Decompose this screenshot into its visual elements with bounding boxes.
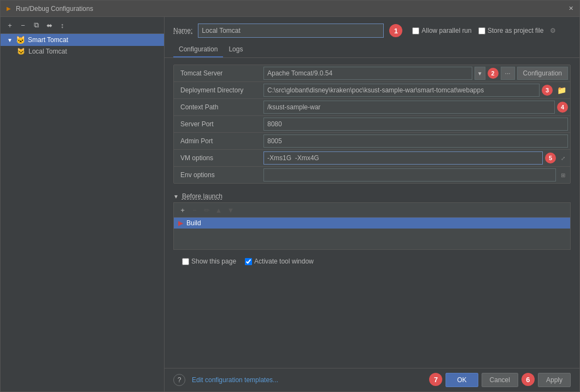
sidebar: + − ⧉ ⬌ ↕ ▼ 🐱 Smart Tomcat 🐱 Local Tomca… — [1, 17, 165, 391]
admin-port-input[interactable] — [263, 134, 568, 148]
context-path-row: Context Path 4 — [174, 99, 570, 116]
tomcat-server-label: Tomcat Server — [174, 67, 261, 79]
add-config-button[interactable]: + — [4, 19, 16, 31]
step-badge-3: 3 — [542, 85, 553, 96]
before-launch-list: ▶ Build — [173, 217, 571, 250]
move-config-button[interactable]: ⬌ — [43, 19, 55, 31]
build-icon: ▶ — [178, 219, 183, 227]
server-port-field — [261, 116, 570, 132]
dialog-title: Run/Debug Configurations — [16, 5, 563, 13]
context-path-label: Context Path — [174, 101, 261, 113]
deployment-dir-row: Deployment Directory 3 📁 — [174, 82, 570, 99]
vm-options-row: VM options 5 ⤢ — [174, 150, 570, 167]
tomcat-server-input[interactable] — [263, 67, 472, 80]
folder-browse-button[interactable]: 📁 — [555, 84, 568, 97]
dialog-buttons: 7 OK Cancel 6 Apply — [429, 373, 571, 387]
step-badge-1: 1 — [389, 24, 402, 37]
before-launch-down-button[interactable]: ▼ — [225, 204, 236, 215]
help-button[interactable]: ? — [173, 374, 185, 386]
tomcat-sub-icon: 🐱 — [17, 48, 25, 55]
step-badge-6: 6 — [522, 373, 535, 386]
deployment-dir-field: 3 📁 — [261, 82, 570, 98]
server-port-row: Server Port — [174, 116, 570, 133]
deployment-dir-input[interactable] — [263, 84, 540, 97]
edit-templates-link[interactable]: Edit configuration templates... — [192, 376, 278, 384]
name-row-options: Allow parallel run Store as project file… — [412, 27, 556, 34]
sidebar-item-smart-tomcat[interactable]: ▼ 🐱 Smart Tomcat — [1, 34, 164, 46]
step-badge-7: 7 — [429, 373, 442, 386]
sidebar-subitem-label: Local Tomcat — [28, 48, 67, 55]
server-port-input[interactable] — [263, 118, 568, 131]
apply-button[interactable]: Apply — [538, 373, 571, 387]
settings-gear-icon[interactable]: ⚙ — [550, 27, 556, 34]
context-path-input[interactable] — [263, 101, 555, 114]
admin-port-label: Admin Port — [174, 135, 261, 147]
env-options-label: Env options — [174, 169, 261, 181]
admin-port-row: Admin Port — [174, 133, 570, 150]
vm-options-input[interactable] — [263, 151, 543, 165]
before-launch-collapse-arrow[interactable]: ▼ — [173, 194, 179, 200]
deployment-dir-label: Deployment Directory — [174, 84, 261, 96]
title-bar: ▶ Run/Debug Configurations ✕ — [1, 1, 579, 17]
vm-options-field: 5 ⤢ — [261, 150, 570, 166]
activate-tool-window-label: Activate tool window — [245, 258, 314, 265]
env-options-field: ⊞ — [261, 167, 570, 183]
before-launch-remove-button[interactable]: − — [189, 204, 200, 215]
copy-config-button[interactable]: ⧉ — [30, 19, 42, 31]
store-as-project-label: Store as project file — [478, 27, 544, 34]
sidebar-subitem-local-tomcat[interactable]: 🐱 Local Tomcat — [1, 46, 164, 57]
tomcat-dropdown-button[interactable]: ▼ — [474, 67, 485, 80]
name-label: Name: — [173, 27, 192, 34]
run-debug-dialog: ▶ Run/Debug Configurations ✕ + − ⧉ ⬌ ↕ ▼… — [0, 0, 580, 392]
bottom-checkboxes: Show this page Activate tool window — [173, 254, 571, 268]
context-path-field: 4 — [261, 99, 570, 115]
before-launch-label: Before launch — [182, 192, 222, 200]
tabs-row: Configuration Logs — [165, 42, 579, 58]
before-launch-edit-button[interactable]: ✏ — [201, 204, 212, 215]
show-this-page-label: Show this page — [182, 258, 236, 265]
env-options-edit-button[interactable]: ⊞ — [558, 170, 568, 180]
before-launch-header: ▼ Before launch — [173, 190, 571, 202]
bottom-bar: ? Edit configuration templates... 7 OK C… — [165, 368, 579, 391]
env-options-row: Env options ⊞ — [174, 167, 570, 183]
config-area: Tomcat Server ▼ 2 ··· Configuration — [165, 58, 579, 368]
tomcat-server-row: Tomcat Server ▼ 2 ··· Configuration — [174, 65, 570, 82]
step-badge-4: 4 — [557, 102, 568, 113]
dialog-icon: ▶ — [5, 5, 13, 13]
left-bottom: ? Edit configuration templates... — [173, 374, 278, 386]
cancel-button[interactable]: Cancel — [482, 373, 518, 387]
vm-options-resize-button[interactable]: ⤢ — [558, 153, 568, 163]
env-options-input[interactable] — [263, 168, 556, 182]
before-launch-section: ▼ Before launch + − ✏ ▲ ▼ ▶ Build — [173, 190, 571, 250]
before-launch-build-item[interactable]: ▶ Build — [174, 218, 570, 229]
tab-configuration[interactable]: Configuration — [173, 42, 223, 57]
name-input[interactable] — [198, 24, 384, 38]
activate-tool-window-checkbox[interactable] — [245, 258, 252, 265]
vm-options-label: VM options — [174, 152, 261, 164]
admin-port-field — [261, 133, 570, 149]
before-launch-toolbar: + − ✏ ▲ ▼ — [173, 202, 571, 217]
sort-config-button[interactable]: ↕ — [56, 19, 68, 31]
expand-arrow: ▼ — [7, 37, 13, 43]
allow-parallel-checkbox[interactable] — [412, 27, 419, 34]
before-launch-add-button[interactable]: + — [177, 204, 188, 215]
before-launch-up-button[interactable]: ▲ — [213, 204, 224, 215]
tomcat-server-field: ▼ 2 ··· Configuration — [261, 65, 570, 81]
sidebar-item-label: Smart Tomcat — [28, 36, 68, 44]
form-section: Tomcat Server ▼ 2 ··· Configuration — [173, 65, 571, 184]
tab-logs[interactable]: Logs — [223, 42, 248, 57]
name-row: Name: 1 Allow parallel run Store as proj… — [165, 17, 579, 42]
tomcat-ellipsis-button[interactable]: ··· — [501, 67, 515, 80]
sidebar-toolbar: + − ⧉ ⬌ ↕ — [1, 17, 164, 34]
tomcat-configuration-button[interactable]: Configuration — [517, 67, 568, 80]
step-badge-2: 2 — [488, 68, 499, 79]
tomcat-icon: 🐱 — [16, 36, 25, 44]
title-bar-controls: ✕ — [566, 4, 575, 13]
ok-button[interactable]: OK — [446, 373, 478, 387]
remove-config-button[interactable]: − — [17, 19, 29, 31]
server-port-label: Server Port — [174, 118, 261, 130]
store-as-project-checkbox[interactable] — [478, 27, 485, 34]
close-button[interactable]: ✕ — [566, 4, 575, 13]
right-panel: Name: 1 Allow parallel run Store as proj… — [165, 17, 579, 391]
show-this-page-checkbox[interactable] — [182, 258, 189, 265]
